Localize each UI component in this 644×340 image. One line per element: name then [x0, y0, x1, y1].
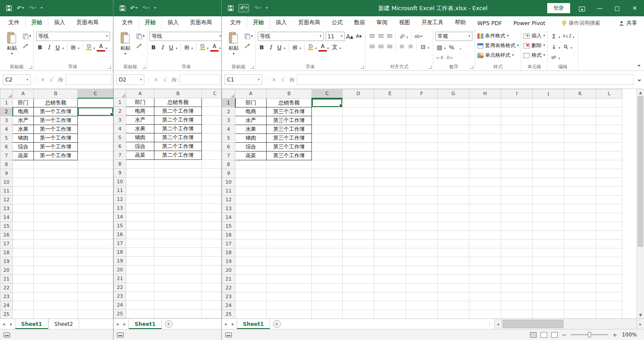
- cell-G2[interactable]: [438, 107, 469, 116]
- cell-D3[interactable]: [343, 116, 374, 125]
- cell-L2[interactable]: [596, 107, 622, 116]
- cell-C13[interactable]: [312, 204, 343, 213]
- cell-C1[interactable]: [202, 98, 222, 107]
- fill-color-button[interactable]: [198, 43, 207, 52]
- cell-J13[interactable]: [533, 204, 564, 213]
- cell-F12[interactable]: [406, 195, 438, 204]
- cell-D17[interactable]: [343, 239, 374, 248]
- cell-I3[interactable]: [501, 116, 533, 125]
- cell-G12[interactable]: [438, 195, 469, 204]
- cell-B13[interactable]: [154, 204, 202, 213]
- cell-C23[interactable]: [78, 292, 113, 301]
- cell-A3[interactable]: 水产: [235, 116, 267, 125]
- cell-L23[interactable]: [596, 292, 622, 301]
- cell-E8[interactable]: [374, 160, 406, 169]
- redo-button[interactable]: ↷▾: [254, 5, 261, 11]
- cell-J4[interactable]: [533, 125, 564, 133]
- row-header-12[interactable]: 12: [222, 195, 235, 204]
- cell-I1[interactable]: [501, 98, 533, 107]
- cell-A14[interactable]: [13, 213, 34, 222]
- cell-K16[interactable]: [564, 230, 596, 239]
- insert-function-button[interactable]: fx: [170, 77, 177, 83]
- cell-F9[interactable]: [406, 169, 438, 177]
- cell-C15[interactable]: [202, 222, 222, 230]
- cell-C21[interactable]: [78, 274, 113, 283]
- cell-L24[interactable]: [596, 301, 622, 310]
- cell-A11[interactable]: [13, 186, 34, 195]
- cell-H3[interactable]: [469, 116, 501, 125]
- format-painter-button[interactable]: [136, 43, 145, 48]
- cell-C14[interactable]: [202, 213, 222, 222]
- select-all-corner[interactable]: [114, 89, 126, 98]
- select-all-corner[interactable]: [0, 89, 13, 99]
- cell-C17[interactable]: [78, 239, 113, 248]
- cell-B15[interactable]: [267, 222, 312, 230]
- cell-styles-button[interactable]: 单元格样式 ▾: [477, 51, 519, 60]
- cell-D7[interactable]: [343, 151, 374, 160]
- ribbon-tab[interactable]: 页面布局: [293, 17, 326, 29]
- cell-H10[interactable]: [469, 177, 501, 186]
- clipboard-dialog-launcher[interactable]: [143, 66, 146, 69]
- save-button[interactable]: [228, 5, 234, 11]
- cell-B12[interactable]: [267, 195, 312, 204]
- cell-J15[interactable]: [533, 222, 564, 230]
- cell-B7[interactable]: 第三个工作簿: [267, 151, 312, 160]
- cell-E3[interactable]: [374, 116, 406, 125]
- cell-A5[interactable]: 猪肉: [126, 133, 154, 142]
- cell-G10[interactable]: [438, 177, 469, 186]
- cell-A17[interactable]: [13, 239, 34, 248]
- sheet-nav-prev-button[interactable]: ◂: [113, 319, 121, 329]
- cell-A20[interactable]: [126, 266, 154, 274]
- cell-H18[interactable]: [469, 248, 501, 257]
- cell-B5[interactable]: 第一个工作簿: [34, 133, 78, 142]
- cell-A18[interactable]: [235, 248, 267, 257]
- cell-B5[interactable]: 第二个工作簿: [154, 133, 202, 142]
- cell-B23[interactable]: [154, 292, 202, 301]
- sheet-nav-prev-button[interactable]: ◂: [222, 319, 229, 329]
- cell-H16[interactable]: [469, 230, 501, 239]
- cell-B13[interactable]: [34, 204, 78, 213]
- cell-E10[interactable]: [374, 177, 406, 186]
- row-header-4[interactable]: 4: [222, 125, 235, 133]
- cancel-button[interactable]: ×: [39, 77, 46, 83]
- row-header-9[interactable]: 9: [0, 169, 13, 177]
- cell-I12[interactable]: [501, 195, 533, 204]
- row-header-10[interactable]: 10: [222, 177, 235, 186]
- cell-B9[interactable]: [154, 169, 202, 177]
- cell-B2[interactable]: 第一个工作簿: [34, 107, 78, 116]
- cell-E16[interactable]: [374, 230, 406, 239]
- cell-C14[interactable]: [312, 213, 343, 222]
- format-painter-button[interactable]: [23, 43, 31, 48]
- cell-K13[interactable]: [564, 204, 596, 213]
- orientation-button[interactable]: ab: [396, 30, 408, 42]
- column-header-A[interactable]: A: [235, 89, 267, 99]
- fill-color-button[interactable]: [85, 43, 93, 52]
- cell-L19[interactable]: [596, 257, 622, 266]
- conditional-formatting-button[interactable]: 条件格式 ▾: [477, 31, 519, 41]
- cell-L18[interactable]: [596, 248, 622, 257]
- row-header-11[interactable]: 11: [114, 186, 126, 195]
- tell-me-search[interactable]: 操作说明搜索: [562, 19, 600, 27]
- cell-G15[interactable]: [438, 222, 469, 230]
- fill-color-button[interactable]: [307, 43, 315, 52]
- cell-B8[interactable]: [267, 160, 312, 169]
- cell-C1[interactable]: [312, 98, 343, 107]
- name-box[interactable]: C2 ▾: [3, 74, 31, 85]
- cell-I16[interactable]: [501, 230, 533, 239]
- cell-A21[interactable]: [126, 274, 154, 283]
- cell-A5[interactable]: 猪肉: [235, 133, 267, 142]
- column-header-A[interactable]: A: [126, 89, 154, 98]
- cell-B14[interactable]: [154, 213, 202, 222]
- cell-I8[interactable]: [501, 160, 533, 169]
- cell-L21[interactable]: [596, 274, 622, 283]
- cell-C8[interactable]: [312, 160, 343, 169]
- cell-L17[interactable]: [596, 239, 622, 248]
- cell-F7[interactable]: [406, 151, 438, 160]
- borders-button[interactable]: ⊞: [291, 43, 299, 52]
- align-bottom-button[interactable]: [385, 32, 394, 41]
- cell-J19[interactable]: [533, 257, 564, 266]
- cell-B4[interactable]: 第一个工作簿: [34, 125, 78, 133]
- cell-C19[interactable]: [202, 257, 222, 266]
- column-header-K[interactable]: K: [564, 89, 596, 99]
- cell-E23[interactable]: [374, 292, 406, 301]
